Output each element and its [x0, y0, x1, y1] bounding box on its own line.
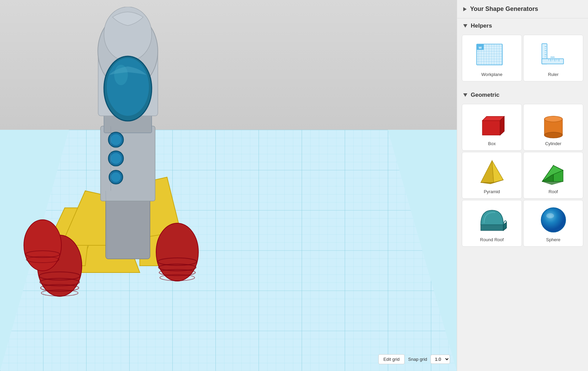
roof-label: Roof: [548, 189, 558, 194]
svg-point-65: [544, 116, 562, 122]
svg-point-64: [544, 132, 562, 138]
geometric-expand-icon: [463, 93, 467, 97]
rocket-model: [10, 7, 249, 303]
round-roof-item[interactable]: Round Roof: [462, 200, 522, 247]
pyramid-label: Pyramid: [484, 189, 500, 194]
round-roof-image: [475, 204, 509, 235]
roof-item[interactable]: Roof: [523, 152, 583, 199]
edit-grid-button[interactable]: Edit grid: [378, 354, 405, 364]
roof-image: [536, 156, 570, 187]
svg-text:mm: mm: [551, 56, 555, 58]
svg-point-34: [110, 134, 121, 145]
helpers-grid: w Workplane: [457, 32, 588, 84]
svg-marker-66: [481, 160, 494, 182]
geometric-section: Geometric Box: [457, 88, 588, 253]
snap-grid-label: Snap grid: [408, 357, 427, 362]
svg-point-75: [541, 207, 566, 232]
collapse-icon: [463, 7, 467, 11]
3d-viewport[interactable]: Edit grid Snap grid 1.0 0.5 2.0: [0, 0, 457, 371]
shape-generators-header[interactable]: Your Shape Generators: [457, 0, 588, 18]
geometric-header[interactable]: Geometric: [457, 88, 588, 101]
helpers-title: Helpers: [471, 22, 492, 29]
ruler-image: mm: [536, 39, 570, 70]
geometric-title: Geometric: [471, 92, 499, 98]
svg-point-21: [24, 220, 61, 271]
shape-generators-title: Your Shape Generators: [470, 5, 538, 13]
svg-rect-73: [481, 225, 503, 230]
helpers-header[interactable]: Helpers: [457, 18, 588, 32]
helpers-expand-icon: [463, 24, 467, 28]
box-item[interactable]: Box: [462, 104, 522, 151]
geometric-grid: Box Cylinder: [457, 101, 588, 249]
svg-marker-67: [492, 160, 503, 182]
ruler-item[interactable]: mm Ruler: [523, 35, 583, 81]
svg-marker-72: [542, 181, 563, 184]
bottom-controls: Edit grid Snap grid 1.0 0.5 2.0: [378, 354, 450, 364]
workplane-item[interactable]: w Workplane: [462, 35, 522, 81]
box-label: Box: [488, 141, 496, 146]
helpers-section: Helpers w: [457, 18, 588, 88]
svg-point-38: [111, 172, 121, 182]
svg-point-36: [110, 153, 121, 164]
ruler-label: Ruler: [548, 72, 558, 77]
svg-text:w: w: [478, 45, 482, 49]
round-roof-label: Round Roof: [480, 237, 503, 242]
pyramid-image: [475, 156, 509, 187]
svg-point-76: [546, 213, 554, 218]
svg-point-16: [156, 223, 198, 281]
sphere-item[interactable]: Sphere: [523, 200, 583, 247]
workplane-label: Workplane: [481, 72, 502, 77]
cylinder-image: [536, 108, 570, 139]
cylinder-item[interactable]: Cylinder: [523, 104, 583, 151]
sphere-label: Sphere: [546, 237, 560, 242]
right-panel: Your Shape Generators Helpers: [457, 0, 588, 371]
snap-grid-select[interactable]: 1.0 0.5 2.0: [431, 355, 450, 364]
pyramid-item[interactable]: Pyramid: [462, 152, 522, 199]
box-image: [475, 108, 509, 139]
svg-marker-60: [482, 121, 500, 135]
sphere-image: [536, 204, 570, 235]
cylinder-label: Cylinder: [545, 141, 561, 146]
workplane-image: w: [475, 39, 509, 70]
